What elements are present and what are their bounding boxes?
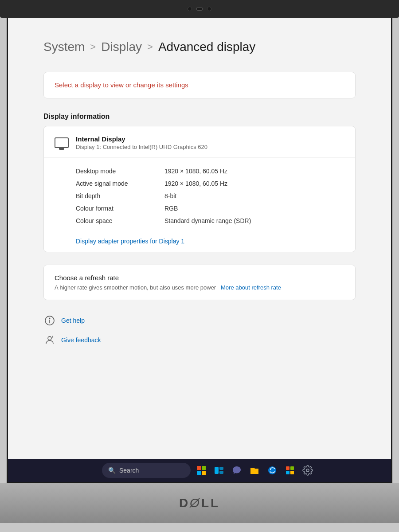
svg-rect-13 — [286, 471, 289, 474]
camera-area — [188, 7, 211, 11]
refresh-rate-title: Choose a refresh rate — [55, 274, 344, 282]
spec-value-signal-mode: 1920 × 1080, 60.05 Hz — [164, 180, 227, 187]
display-title-group: Internal Display Display 1: Connected to… — [76, 135, 207, 150]
dell-logo: DØLL — [179, 496, 220, 510]
specs-table: Desktop mode 1920 × 1080, 60.05 Hz Activ… — [44, 158, 355, 234]
breadcrumb-sep-2: > — [147, 41, 153, 53]
alert-text: Select a display to view or change its s… — [55, 81, 188, 89]
taskbar-search-icon: 🔍 — [108, 467, 116, 474]
refresh-rate-desc: A higher rate gives smoother motion, but… — [55, 284, 344, 291]
svg-rect-5 — [197, 471, 201, 475]
get-help-icon — [43, 314, 56, 327]
taskbar-search-bar[interactable]: 🔍 Search — [102, 463, 191, 478]
display-title: Internal Display — [76, 135, 207, 143]
help-links: Get help Give feedback — [43, 314, 356, 346]
svg-rect-4 — [202, 466, 206, 470]
give-feedback-link[interactable]: Give feedback — [43, 334, 356, 346]
spec-value-colour-format: RGB — [164, 205, 178, 212]
spec-row-colour-space: Colour space Standard dynamic range (SDR… — [76, 215, 344, 227]
taskbar-edge-icon[interactable] — [265, 463, 279, 477]
taskbar-search-text: Search — [119, 467, 139, 474]
spec-row-desktop-mode: Desktop mode 1920 × 1080, 60.05 Hz — [76, 165, 344, 177]
svg-point-15 — [306, 469, 309, 472]
svg-rect-9 — [219, 471, 223, 474]
breadcrumb: System > Display > Advanced display — [43, 40, 356, 54]
refresh-rate-desc-text: A higher rate gives smoother motion, but… — [55, 284, 216, 291]
svg-rect-8 — [219, 467, 223, 470]
svg-point-2 — [48, 336, 51, 340]
svg-rect-3 — [197, 466, 201, 470]
breadcrumb-system[interactable]: System — [43, 40, 85, 54]
display-adapter-link[interactable]: Display adapter properties for Display 1 — [44, 234, 355, 252]
taskbar-snap-icon[interactable] — [212, 463, 226, 477]
spec-row-signal-mode: Active signal mode 1920 × 1080, 60.05 Hz — [76, 177, 344, 190]
monitor-icon — [55, 137, 69, 148]
svg-rect-11 — [286, 466, 289, 470]
breadcrumb-advanced-display: Advanced display — [158, 40, 255, 54]
spec-value-colour-space: Standard dynamic range (SDR) — [164, 217, 251, 224]
display-card: Internal Display Display 1: Connected to… — [43, 126, 356, 252]
taskbar-center: 🔍 Search — [84, 463, 315, 478]
svg-rect-12 — [290, 466, 294, 470]
spec-row-colour-format: Colour format RGB — [76, 202, 344, 215]
settings-content: System > Display > Advanced display Sele… — [8, 18, 391, 459]
taskbar-files-icon[interactable] — [247, 463, 262, 477]
taskbar-chat-icon[interactable] — [230, 463, 244, 477]
spec-value-bit-depth: 8-bit — [164, 192, 176, 200]
spec-row-bit-depth: Bit depth 8-bit — [76, 190, 344, 202]
camera-dot-right — [207, 7, 211, 11]
svg-point-1 — [49, 318, 51, 319]
refresh-rate-section: Choose a refresh rate A higher rate give… — [43, 265, 356, 300]
taskbar-dots-icon[interactable] — [194, 463, 208, 477]
spec-value-desktop-mode: 1920 × 1080, 60.05 Hz — [164, 168, 227, 175]
alert-box: Select a display to view or change its s… — [43, 72, 356, 98]
spec-label-colour-format: Colour format — [76, 205, 164, 212]
svg-rect-14 — [290, 471, 294, 474]
taskbar-settings-icon[interactable] — [301, 463, 315, 477]
display-subtitle: Display 1: Connected to Intel(R) UHD Gra… — [76, 144, 207, 150]
top-bezel — [0, 0, 399, 18]
refresh-rate-link[interactable]: More about refresh rate — [221, 284, 281, 291]
camera-dot-left — [188, 7, 192, 11]
taskbar: 🔍 Search — [8, 459, 391, 482]
give-feedback-icon — [43, 334, 56, 346]
screen: System > Display > Advanced display Sele… — [7, 18, 392, 483]
camera-lens — [196, 7, 203, 11]
breadcrumb-display[interactable]: Display — [101, 40, 142, 54]
svg-rect-6 — [202, 471, 206, 475]
spec-label-desktop-mode: Desktop mode — [76, 168, 164, 175]
svg-rect-7 — [215, 467, 219, 474]
taskbar-store-icon[interactable] — [283, 463, 297, 477]
windows-start-button[interactable] — [84, 463, 98, 477]
spec-label-bit-depth: Bit depth — [76, 192, 164, 200]
give-feedback-text: Give feedback — [61, 336, 101, 344]
bottom-bezel: DØLL — [0, 483, 399, 523]
display-info-header: Display information — [43, 113, 356, 121]
get-help-link[interactable]: Get help — [43, 314, 356, 327]
spec-label-colour-space: Colour space — [76, 217, 164, 224]
spec-label-signal-mode: Active signal mode — [76, 180, 164, 187]
get-help-text: Get help — [61, 317, 85, 324]
display-header: Internal Display Display 1: Connected to… — [44, 126, 355, 158]
breadcrumb-sep-1: > — [90, 41, 96, 53]
